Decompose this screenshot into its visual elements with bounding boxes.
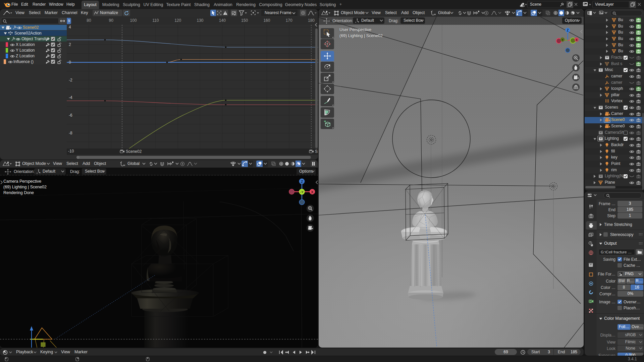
svg-text:-Y: -Y (300, 190, 304, 194)
svg-text:Z: Z (567, 28, 569, 32)
svg-text:X: X (311, 190, 314, 194)
svg-text:-2: -2 (69, 78, 72, 82)
svg-text:Y: Y (561, 38, 564, 42)
svg-text:-6: -6 (69, 113, 72, 118)
svg-text:2: 2 (69, 42, 71, 47)
svg-text:-8: -8 (69, 131, 72, 135)
svg-text:Z: Z (301, 180, 303, 184)
svg-text:0: 0 (69, 60, 71, 65)
svg-text:4: 4 (69, 25, 71, 29)
svg-text:X: X (576, 38, 578, 42)
svg-text:-4: -4 (69, 95, 72, 100)
